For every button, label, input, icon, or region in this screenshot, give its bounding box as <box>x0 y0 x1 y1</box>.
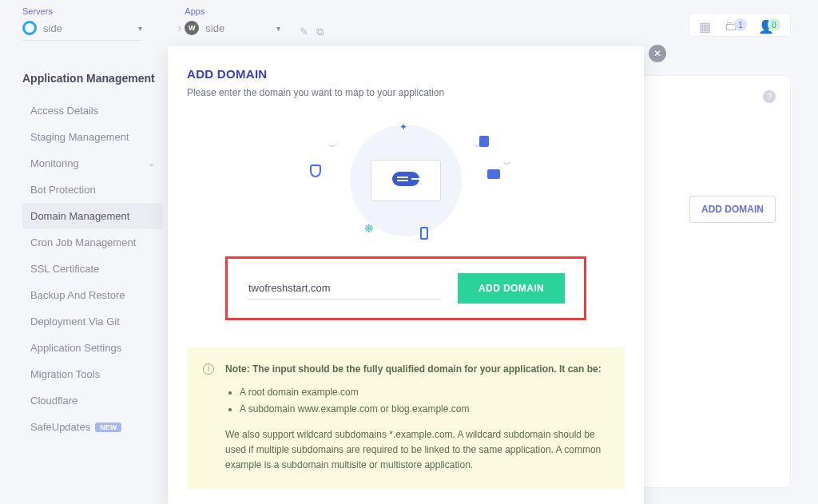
info-icon: i <box>203 363 214 375</box>
chevron-down-icon: ▾ <box>138 24 142 33</box>
domain-form-highlight: ADD DOMAIN <box>225 256 586 320</box>
sparkle-icon: ✦ <box>399 121 407 133</box>
note-trail: We also support wildcard subdomains *.ex… <box>225 427 607 474</box>
external-link-icon[interactable]: ⧉ <box>316 26 324 38</box>
mobile-icon <box>420 227 428 240</box>
sidebar-item-domain-management[interactable]: Domain Management <box>22 203 163 229</box>
chevron-down-icon: ⌄ <box>148 158 155 169</box>
sidebar-item-backup[interactable]: Backup And Restore <box>22 282 163 308</box>
domain-input[interactable] <box>247 277 442 300</box>
add-domain-button-page[interactable]: ADD DOMAIN <box>689 196 776 223</box>
browser-window-icon <box>371 160 441 201</box>
sidebar-item-app-settings[interactable]: Application Settings <box>22 335 163 361</box>
sidebar-item-staging[interactable]: Staging Management <box>22 124 163 150</box>
note-box: i Note: The input should be the fully qu… <box>187 347 625 489</box>
sidebar-item-cron[interactable]: Cron Job Management <box>22 229 163 256</box>
sidebar-item-cloudflare[interactable]: Cloudflare <box>22 387 163 414</box>
sidebar-item-ssl[interactable]: SSL Certificate <box>22 256 163 282</box>
note-bullet-list: A root domain example.com A subdomain ww… <box>240 385 607 417</box>
grid-icon[interactable]: ▦ <box>699 19 713 30</box>
note-bullet: A root domain example.com <box>240 385 607 400</box>
bird-icon: ︶ <box>328 140 339 154</box>
bird-icon: ︶ <box>502 157 513 172</box>
sidebar-heading: Application Management <box>22 72 163 85</box>
note-bullet: A subdomain www.example.com or blog.exam… <box>240 402 607 417</box>
modal-subtitle: Please enter the domain you want to map … <box>187 87 625 98</box>
sidebar: Application Management Access Details St… <box>22 72 163 440</box>
app-name: side <box>205 22 224 34</box>
digitalocean-icon <box>22 21 37 35</box>
help-icon[interactable]: ? <box>763 90 776 103</box>
folder-badge: 1 <box>734 18 747 31</box>
sidebar-item-access-details[interactable]: Access Details <box>22 97 163 124</box>
cloud-icon <box>392 172 419 186</box>
add-domain-submit-button[interactable]: ADD DOMAIN <box>458 273 565 304</box>
disk-icon <box>479 136 489 147</box>
edit-icon[interactable]: ✎ <box>300 26 308 38</box>
top-icon-bar: ▦ 🗀 1 👤 0 <box>689 13 791 37</box>
monitor-icon <box>487 169 500 179</box>
app-selector[interactable]: side ▾ <box>185 21 280 40</box>
app-tools: ✎ ⧉ <box>300 26 324 38</box>
note-lead: Note: The input should be the fully qual… <box>225 363 602 375</box>
chevron-down-icon: ▾ <box>276 24 280 33</box>
add-domain-modal: ✕ ADD DOMAIN Please enter the domain you… <box>168 46 644 504</box>
domain-illustration: ︶ ︶ ︶ ✦ ❋ <box>187 121 625 240</box>
chevron-right-icon: › <box>177 21 181 35</box>
sidebar-item-migration[interactable]: Migration Tools <box>22 361 163 387</box>
modal-title: ADD DOMAIN <box>187 67 625 81</box>
sidebar-item-git[interactable]: Deployment Via Git <box>22 308 163 335</box>
apps-crumb: Apps side ▾ <box>185 6 312 40</box>
sparkle-icon: ❋ <box>364 222 374 235</box>
user-badge: 0 <box>768 18 780 31</box>
new-badge: NEW <box>95 423 121 432</box>
wordpress-icon <box>185 21 199 35</box>
sidebar-item-safeupdates[interactable]: SafeUpdatesNEW <box>22 414 163 440</box>
sidebar-item-monitoring[interactable]: Monitoring⌄ <box>22 150 163 177</box>
shield-icon <box>310 165 321 177</box>
server-name: side <box>43 22 62 34</box>
servers-crumb: Servers side ▾ <box>22 6 174 41</box>
apps-label: Apps <box>185 6 312 16</box>
close-icon[interactable]: ✕ <box>649 45 666 62</box>
server-selector[interactable]: side ▾ <box>22 21 142 41</box>
servers-label: Servers <box>22 6 174 16</box>
sidebar-item-bot-protection[interactable]: Bot Protection <box>22 177 163 203</box>
